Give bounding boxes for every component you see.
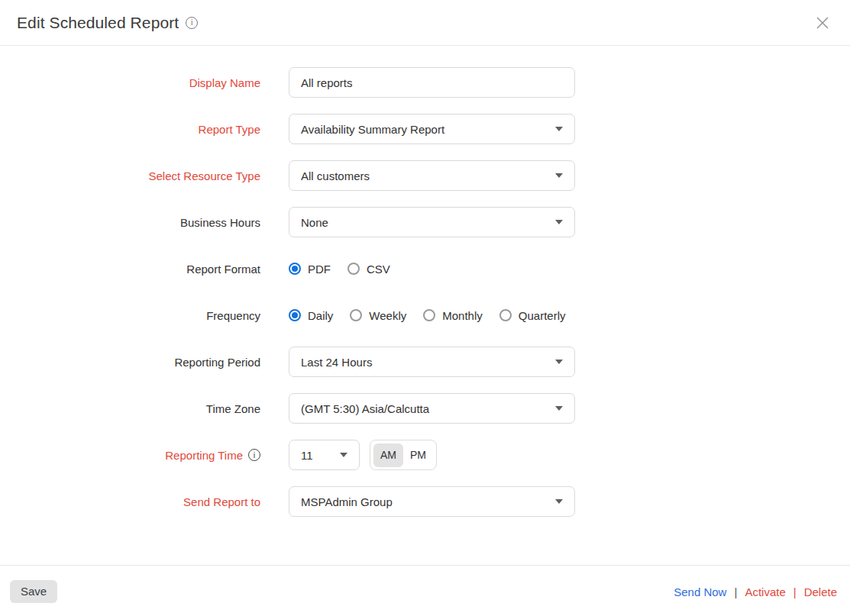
resource-type-label: Select Resource Type <box>0 169 260 182</box>
radio-label: Monthly <box>442 309 483 322</box>
reporting-hour-select[interactable]: 11 <box>289 440 360 470</box>
info-icon[interactable] <box>186 17 198 29</box>
report-format-label: Report Format <box>0 263 260 276</box>
business-hours-value: None <box>301 216 328 229</box>
activate-link[interactable]: Activate <box>745 585 785 598</box>
display-name-input[interactable] <box>289 67 575 98</box>
close-button[interactable] <box>813 14 832 32</box>
resource-type-row: Select Resource Type All customers <box>0 160 850 191</box>
info-icon[interactable] <box>248 449 260 461</box>
radio-label: Quarterly <box>519 309 566 322</box>
time-zone-label: Time Zone <box>0 402 260 415</box>
chevron-down-icon <box>555 173 563 178</box>
report-type-select[interactable]: Availability Summary Report <box>289 114 575 144</box>
display-name-label: Display Name <box>0 76 260 89</box>
chevron-down-icon <box>340 453 347 457</box>
radio-unselected-icon <box>347 263 360 275</box>
meridiem-pm-button[interactable]: PM <box>403 443 433 467</box>
radio-label: PDF <box>308 263 331 276</box>
radio-selected-icon <box>289 263 301 275</box>
time-zone-select[interactable]: (GMT 5:30) Asia/Calcutta <box>289 393 575 424</box>
report-type-row: Report Type Availability Summary Report <box>0 114 850 144</box>
reporting-hour-value: 11 <box>301 449 313 462</box>
radio-unselected-icon <box>423 309 435 321</box>
meridiem-toggle: AM PM <box>370 440 437 470</box>
report-format-option-csv[interactable]: CSV <box>347 263 390 276</box>
reporting-period-value: Last 24 Hours <box>301 356 372 369</box>
frequency-option-daily[interactable]: Daily <box>289 309 333 322</box>
edit-scheduled-report-form: Display Name Report Type Availability Su… <box>0 46 850 517</box>
frequency-option-quarterly[interactable]: Quarterly <box>499 309 566 322</box>
radio-unselected-icon <box>499 309 512 321</box>
footer-links: Send Now | Activate | Delete <box>674 585 837 598</box>
chevron-down-icon <box>555 220 563 224</box>
report-type-value: Availability Summary Report <box>301 123 444 136</box>
chevron-down-icon <box>555 127 563 131</box>
link-separator: | <box>734 585 737 598</box>
dialog-header: Edit Scheduled Report <box>0 0 850 46</box>
delete-link[interactable]: Delete <box>804 585 837 598</box>
time-zone-row: Time Zone (GMT 5:30) Asia/Calcutta <box>0 393 850 424</box>
report-format-radio-group: PDF CSV <box>289 263 390 276</box>
display-name-row: Display Name <box>0 67 850 98</box>
reporting-period-row: Reporting Period Last 24 Hours <box>0 347 850 377</box>
save-button[interactable]: Save <box>10 580 57 603</box>
frequency-label: Frequency <box>0 309 260 322</box>
frequency-row: Frequency Daily Weekly Monthly Quarterly <box>0 300 850 331</box>
link-separator: | <box>793 585 797 598</box>
business-hours-row: Business Hours None <box>0 207 850 237</box>
chevron-down-icon <box>555 360 563 364</box>
send-report-to-value: MSPAdmin Group <box>301 495 393 508</box>
reporting-period-select[interactable]: Last 24 Hours <box>289 347 575 377</box>
chevron-down-icon <box>555 406 563 411</box>
close-icon <box>816 17 829 29</box>
frequency-radio-group: Daily Weekly Monthly Quarterly <box>289 309 565 322</box>
radio-label: CSV <box>367 263 390 276</box>
radio-unselected-icon <box>350 309 362 321</box>
report-format-row: Report Format PDF CSV <box>0 253 850 284</box>
frequency-option-monthly[interactable]: Monthly <box>423 309 483 322</box>
send-report-to-label: Send Report to <box>0 495 260 508</box>
resource-type-select[interactable]: All customers <box>289 160 575 191</box>
meridiem-am-button[interactable]: AM <box>373 443 403 467</box>
reporting-time-label-text: Reporting Time <box>165 449 243 462</box>
dialog-footer: Save Send Now | Activate | Delete <box>0 565 850 603</box>
reporting-period-label: Reporting Period <box>0 356 260 369</box>
reporting-time-row: Reporting Time 11 AM PM <box>0 440 850 470</box>
business-hours-select[interactable]: None <box>289 207 575 237</box>
resource-type-value: All customers <box>301 169 370 182</box>
chevron-down-icon <box>555 499 563 504</box>
business-hours-label: Business Hours <box>0 216 260 229</box>
report-type-label: Report Type <box>0 123 260 136</box>
reporting-time-label: Reporting Time <box>0 449 260 462</box>
send-report-to-select[interactable]: MSPAdmin Group <box>289 486 575 517</box>
radio-selected-icon <box>289 309 301 321</box>
time-zone-value: (GMT 5:30) Asia/Calcutta <box>301 402 429 415</box>
radio-label: Weekly <box>369 309 406 322</box>
report-format-option-pdf[interactable]: PDF <box>289 263 331 276</box>
page-title: Edit Scheduled Report <box>17 14 179 32</box>
send-now-link[interactable]: Send Now <box>674 585 726 598</box>
radio-label: Daily <box>308 309 333 322</box>
frequency-option-weekly[interactable]: Weekly <box>350 309 406 322</box>
send-report-to-row: Send Report to MSPAdmin Group <box>0 486 850 517</box>
